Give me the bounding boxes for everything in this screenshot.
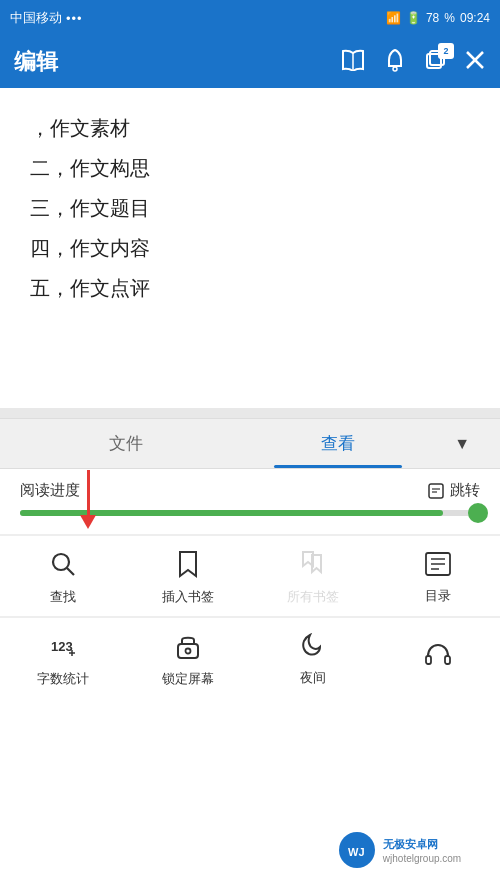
doc-line-3: 四，作文内容 <box>30 228 470 268</box>
wordcount-cell[interactable]: 123 字数统计 <box>0 618 125 698</box>
tabs-row: 文件 查看 ▼ <box>0 419 500 469</box>
progress-arrow <box>80 470 96 529</box>
wordcount-icon: 123 <box>49 633 77 664</box>
svg-point-10 <box>53 554 69 570</box>
icon-row-1: 查找 插入书签 所有书签 <box>0 535 500 616</box>
all-bookmarks-icon <box>300 550 326 582</box>
toc-cell[interactable]: 目录 <box>375 536 500 616</box>
brand-logo: WJ <box>339 832 375 868</box>
toolbar-title: 编辑 <box>14 47 58 77</box>
doc-line-2: 三，作文题目 <box>30 188 470 228</box>
progress-section: 阅读进度 跳转 <box>0 469 500 534</box>
all-bookmarks-cell[interactable]: 所有书签 <box>250 536 375 616</box>
badge-count: 2 <box>438 43 454 59</box>
nightmode-cell[interactable]: 夜间 <box>250 618 375 698</box>
status-left: 中国移动 ••• <box>10 9 83 27</box>
brand-name: 无极安卓网 <box>383 837 461 852</box>
all-bookmarks-label: 所有书签 <box>287 588 339 606</box>
status-right: 📶 🔋 78% 09:24 <box>386 11 490 25</box>
jump-button[interactable]: 跳转 <box>427 481 480 500</box>
document-content: ，作文素材 二，作文构思 三，作文题目 四，作文内容 五，作文点评 <box>0 88 500 408</box>
nightmode-icon <box>300 633 326 663</box>
time-display: 09:24 <box>460 11 490 25</box>
search-cell[interactable]: 查找 <box>0 536 125 616</box>
toolbar-icons: 2 <box>340 48 486 77</box>
brand-watermark: WJ 无极安卓网 wjhotelgroup.com <box>300 810 500 890</box>
svg-rect-19 <box>178 644 198 658</box>
svg-rect-22 <box>445 656 450 664</box>
doc-line-1: 二，作文构思 <box>30 148 470 188</box>
carrier-label: 中国移动 <box>10 9 62 27</box>
progress-bar-container[interactable] <box>20 510 480 516</box>
search-icon <box>49 550 77 582</box>
nightmode-label: 夜间 <box>300 669 326 687</box>
doc-line-4: 五，作文点评 <box>30 268 470 308</box>
progress-label: 阅读进度 <box>20 481 80 500</box>
wordcount-label: 字数统计 <box>37 670 89 688</box>
close-icon[interactable] <box>464 49 486 76</box>
tab-file-label: 文件 <box>109 432 143 455</box>
reading-icon[interactable] <box>340 49 366 76</box>
layers-icon[interactable]: 2 <box>424 49 446 76</box>
lockscreen-label: 锁定屏幕 <box>162 670 214 688</box>
toolbar: 编辑 2 <box>0 36 500 88</box>
audio-cell[interactable] <box>375 618 500 698</box>
svg-line-11 <box>67 568 74 575</box>
insert-bookmark-icon <box>176 550 200 582</box>
brand-text: 无极安卓网 wjhotelgroup.com <box>383 837 461 864</box>
insert-bookmark-label: 插入书签 <box>162 588 214 606</box>
lockscreen-cell[interactable]: 锁定屏幕 <box>125 618 250 698</box>
svg-text:123: 123 <box>51 639 73 654</box>
insert-bookmark-cell[interactable]: 插入书签 <box>125 536 250 616</box>
signal-icon: 📶 <box>386 11 401 25</box>
tab-file[interactable]: 文件 <box>20 419 232 468</box>
svg-rect-7 <box>429 484 443 498</box>
separator <box>0 408 500 418</box>
bottom-panel: 文件 查看 ▼ 阅读进度 跳转 <box>0 418 500 698</box>
svg-point-20 <box>185 649 190 654</box>
svg-point-2 <box>393 67 397 71</box>
signal-dots: ••• <box>66 11 83 26</box>
status-bar: 中国移动 ••• 📶 🔋 78% 09:24 <box>0 0 500 36</box>
toc-label: 目录 <box>425 587 451 605</box>
lockscreen-icon <box>176 632 200 664</box>
icon-row-2: 123 字数统计 锁定屏幕 <box>0 617 500 698</box>
brand-url: wjhotelgroup.com <box>383 853 461 864</box>
battery-icon: 🔋 <box>406 11 421 25</box>
svg-text:WJ: WJ <box>348 846 365 858</box>
progress-thumb <box>468 503 488 523</box>
battery-level: 78 <box>426 11 439 25</box>
audio-icon <box>424 642 452 672</box>
tab-arrow-icon[interactable]: ▼ <box>444 435 480 453</box>
notification-icon[interactable] <box>384 48 406 77</box>
search-label: 查找 <box>50 588 76 606</box>
jump-label: 跳转 <box>450 481 480 500</box>
tab-view[interactable]: 查看 <box>232 419 444 468</box>
doc-line-0: ，作文素材 <box>30 108 470 148</box>
toc-icon <box>424 551 452 581</box>
svg-rect-21 <box>426 656 431 664</box>
tab-view-label: 查看 <box>321 432 355 455</box>
